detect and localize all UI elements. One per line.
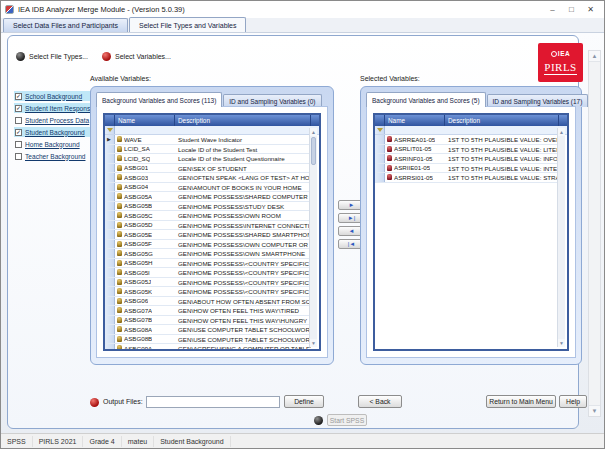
file-type-label[interactable]: Student Process Data xyxy=(25,117,89,124)
row-selector[interactable] xyxy=(105,249,115,258)
row-selector[interactable] xyxy=(105,287,115,296)
row-selector[interactable] xyxy=(105,221,115,230)
row-selector[interactable] xyxy=(105,268,115,277)
table-row[interactable]: ASBG06 GEN\ABOUT HOW OFTEN ABSENT FROM S… xyxy=(105,297,311,307)
row-selector[interactable] xyxy=(375,154,385,163)
table-row[interactable]: ASBG05F GEN\HOME POSSESS\OWN COMPUTER OR… xyxy=(105,240,311,250)
table-row[interactable]: ASBG01 GEN\SEX OF STUDENT xyxy=(105,164,311,174)
row-selector[interactable] xyxy=(105,154,115,163)
file-type-label[interactable]: School Background xyxy=(25,93,82,100)
variables-tab[interactable]: Background Variables and Scores (5) xyxy=(366,92,486,107)
table-row[interactable]: ASBG05C GEN\HOME POSSESS\OWN ROOM xyxy=(105,211,311,221)
table-row[interactable]: ASBG05I GEN\HOME POSSESS\<COUNTRY SPECIF… xyxy=(105,268,311,278)
help-button[interactable]: Help xyxy=(559,395,587,408)
scroll-thumb[interactable] xyxy=(311,137,316,165)
close-button[interactable]: ✕ xyxy=(581,3,600,16)
file-type-item[interactable]: Teacher Background xyxy=(14,151,92,161)
description-column-header[interactable]: Description xyxy=(175,115,311,126)
table-row[interactable]: ASBG05B GEN\HOME POSSESS\STUDY DESK xyxy=(105,202,311,212)
row-selector[interactable] xyxy=(105,135,115,144)
scroll-down-icon[interactable]: ▼ xyxy=(558,339,565,347)
file-type-label[interactable]: Student Item Responses xyxy=(25,105,97,112)
table-row[interactable]: ASBG03 GEN\OFTEN SPEAK <LANG OF TEST> AT… xyxy=(105,173,311,183)
file-type-checkbox[interactable]: ✓ xyxy=(15,105,22,112)
filter-row[interactable] xyxy=(105,126,319,135)
row-selector[interactable] xyxy=(375,173,385,182)
available-grid-scrollbar[interactable]: ▲ ▼ xyxy=(309,128,317,347)
row-selector[interactable] xyxy=(105,325,115,334)
select-variables-button[interactable]: Select Variables... xyxy=(102,52,171,61)
file-type-item[interactable]: Home Background xyxy=(14,139,92,149)
maximize-button[interactable]: □ xyxy=(562,3,581,16)
file-type-item[interactable]: Student Process Data xyxy=(14,115,92,125)
row-selector[interactable] xyxy=(105,202,115,211)
row-selector[interactable] xyxy=(105,183,115,192)
file-type-checkbox[interactable]: ✓ xyxy=(15,129,22,136)
table-row[interactable]: ASBG08A GEN\USE COMPUTER TABLET SCHOOLWO… xyxy=(105,325,311,335)
row-selector[interactable] xyxy=(105,344,115,349)
row-selector[interactable] xyxy=(105,278,115,287)
file-type-item[interactable]: ✓ School Background xyxy=(14,91,92,101)
row-selector[interactable] xyxy=(375,164,385,173)
main-tab[interactable]: Select Data Files and Participants xyxy=(3,18,128,32)
scroll-down-icon[interactable]: ▼ xyxy=(310,339,317,347)
name-filter-cell[interactable] xyxy=(385,126,445,134)
output-files-input[interactable] xyxy=(146,396,280,408)
table-row[interactable]: ASBG05E GEN\HOME POSSESS\SHARED SMARTPHO… xyxy=(105,230,311,240)
filter-row[interactable] xyxy=(375,126,567,135)
row-selector[interactable] xyxy=(105,145,115,154)
table-row[interactable]: LCID_SQ Locale ID of the Student Questio… xyxy=(105,154,311,164)
row-selector[interactable] xyxy=(105,164,115,173)
row-selector[interactable] xyxy=(105,306,115,315)
selected-grid-scrollbar[interactable]: ▲ ▼ xyxy=(557,128,565,347)
define-button[interactable]: Define xyxy=(284,395,324,408)
table-row[interactable]: ASRREA01-05 1ST TO 5TH PLAUSIBLE VALUE: … xyxy=(375,135,559,145)
row-selector[interactable] xyxy=(105,192,115,201)
row-selector[interactable] xyxy=(105,316,115,325)
file-type-item[interactable]: ✓ Student Background xyxy=(14,127,92,137)
table-row[interactable]: ASBG05D GEN\HOME POSSESS\INTERNET CONNEC… xyxy=(105,221,311,231)
file-type-label[interactable]: Student Background xyxy=(25,129,85,136)
minimize-button[interactable]: – xyxy=(543,3,562,16)
row-selector[interactable] xyxy=(105,173,115,182)
file-type-checkbox[interactable] xyxy=(15,153,22,160)
table-row[interactable]: ASRINF01-05 1ST TO 5TH PLAUSIBLE VALUE: … xyxy=(375,154,559,164)
back-button[interactable]: < Back xyxy=(358,395,402,408)
table-row[interactable]: ASRIIE01-05 1ST TO 5TH PLAUSIBLE VALUE: … xyxy=(375,164,559,174)
file-type-checkbox[interactable] xyxy=(15,117,22,124)
scroll-up-icon[interactable]: ▲ xyxy=(558,128,565,136)
main-tab[interactable]: Select File Types and Variables xyxy=(129,17,246,32)
scroll-up-icon[interactable]: ▲ xyxy=(589,51,600,62)
table-row[interactable]: ASBG05J GEN\HOME POSSESS\<COUNTRY SPECIF… xyxy=(105,278,311,288)
row-selector[interactable] xyxy=(105,297,115,306)
table-row[interactable]: ASRLIT01-05 1ST TO 5TH PLAUSIBLE VALUE: … xyxy=(375,145,559,155)
row-selector[interactable] xyxy=(375,145,385,154)
row-selector[interactable] xyxy=(105,259,115,268)
window-scrollbar[interactable]: ▲ ▼ xyxy=(588,50,601,417)
file-type-checkbox[interactable]: ✓ xyxy=(15,93,22,100)
file-type-label[interactable]: Home Background xyxy=(25,141,80,148)
scroll-down-icon[interactable]: ▼ xyxy=(589,405,600,416)
table-row[interactable]: ASBG08B GEN\USE COMPUTER TABLET SCHOOLWO… xyxy=(105,335,311,345)
table-row[interactable]: ASBG05G GEN\HOME POSSESS\OWN SMARTPHONE xyxy=(105,249,311,259)
variables-tab[interactable]: Background Variables and Scores (113) xyxy=(96,92,222,107)
name-column-header[interactable]: Name xyxy=(385,115,445,126)
table-row[interactable]: ASBG05K GEN\HOME POSSESS\<COUNTRY SPECIF… xyxy=(105,287,311,297)
row-selector[interactable] xyxy=(105,240,115,249)
row-selector[interactable] xyxy=(105,230,115,239)
row-selector[interactable] xyxy=(375,135,385,144)
table-row[interactable]: ASBG05H GEN\HOME POSSESS\<COUNTRY SPECIF… xyxy=(105,259,311,269)
name-filter-cell[interactable] xyxy=(115,126,175,134)
select-file-types-button[interactable]: Select File Types... xyxy=(16,52,88,61)
table-row[interactable]: ASBG04 GEN\AMOUNT OF BOOKS IN YOUR HOME xyxy=(105,183,311,193)
row-selector[interactable] xyxy=(105,335,115,344)
file-type-item[interactable]: ✓ Student Item Responses xyxy=(14,103,92,113)
table-row[interactable]: ASBG07B GEN\HOW OFTEN FEEL THIS WAY\HUNG… xyxy=(105,316,311,326)
row-selector[interactable] xyxy=(105,211,115,220)
return-to-main-menu-button[interactable]: Return to Main Menu xyxy=(486,395,556,408)
table-row[interactable]: ASBG07A GEN\HOW OFTEN FEEL THIS WAY\TIRE… xyxy=(105,306,311,316)
table-row[interactable]: ASBG09A GEN\AGREE\USING A COMPUTER OR TA… xyxy=(105,344,311,349)
table-row[interactable]: ASBG05A GEN\HOME POSSESS\SHARED COMPUTER… xyxy=(105,192,311,202)
description-column-header[interactable]: Description xyxy=(445,115,559,126)
file-type-label[interactable]: Teacher Background xyxy=(25,153,85,160)
